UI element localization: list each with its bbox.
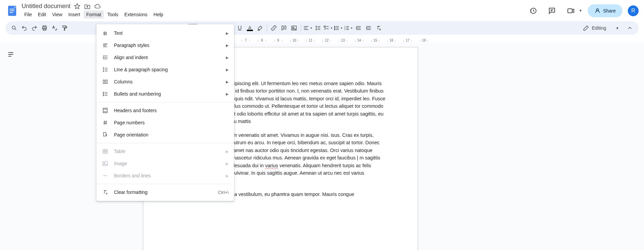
menu-help[interactable]: Help <box>151 10 166 19</box>
submenu-arrow-icon: ▶ <box>226 150 229 153</box>
align-icon[interactable]: ▼ <box>303 23 313 33</box>
doc-title[interactable]: Untitled document <box>22 3 70 10</box>
line-icon <box>102 172 109 179</box>
menu-item-page-orientation[interactable]: Page orientation <box>96 129 234 141</box>
bulleted-list-icon[interactable]: ▼ <box>333 23 343 33</box>
menu-item-image: Image ▶ <box>96 157 234 170</box>
menu-item-columns[interactable]: Columns ▶ <box>96 76 234 88</box>
svg-point-14 <box>334 26 335 27</box>
editing-mode-button[interactable]: Editing ▼ <box>580 24 622 32</box>
line-spacing-icon <box>102 66 109 73</box>
submenu-arrow-icon: ▶ <box>226 174 229 178</box>
menu-extensions[interactable]: Extensions <box>122 10 150 19</box>
spellcheck-icon[interactable] <box>50 23 59 33</box>
svg-point-15 <box>334 28 335 28</box>
svg-point-21 <box>103 92 104 93</box>
submenu-arrow-icon: ▶ <box>226 162 229 166</box>
columns-icon <box>102 78 109 85</box>
indent-decrease-icon[interactable] <box>354 23 363 33</box>
submenu-arrow-icon: ▶ <box>226 80 229 84</box>
docs-logo-icon[interactable] <box>5 4 19 18</box>
paragraph-icon <box>102 42 109 49</box>
menu-item-line-spacing[interactable]: Line & paragraph spacing ▶ <box>96 64 234 76</box>
print-icon[interactable] <box>40 23 49 33</box>
svg-point-28 <box>104 162 105 164</box>
menu-item-text[interactable]: B Text ▶ <box>96 27 234 39</box>
editing-mode-label: Editing <box>592 25 606 31</box>
cloud-status-icon[interactable] <box>94 3 101 10</box>
ruler-mark: 11 <box>302 39 319 42</box>
orientation-icon <box>102 131 109 138</box>
menu-edit[interactable]: Edit <box>35 10 49 19</box>
history-icon[interactable] <box>526 4 540 18</box>
svg-point-22 <box>103 94 104 94</box>
menu-tools[interactable]: Tools <box>105 10 121 19</box>
svg-rect-2 <box>10 10 14 11</box>
image-icon <box>102 160 109 167</box>
insert-image-icon[interactable] <box>289 23 299 33</box>
table-icon <box>102 148 109 155</box>
svg-point-12 <box>293 27 294 28</box>
star-icon[interactable] <box>74 3 81 10</box>
comments-icon[interactable] <box>545 4 559 18</box>
line-spacing-icon[interactable] <box>313 23 323 33</box>
checklist-icon[interactable]: ▼ <box>323 23 333 33</box>
ruler-mark: 8 <box>254 39 270 42</box>
meet-dropdown-icon[interactable]: ▼ <box>579 9 582 12</box>
collapse-toolbar-icon[interactable] <box>625 23 635 33</box>
ruler-mark: 12 <box>319 39 335 42</box>
svg-text:3: 3 <box>344 28 345 30</box>
underline-icon[interactable]: U <box>235 23 244 33</box>
outline-toggle-icon[interactable] <box>5 48 17 60</box>
indent-increase-icon[interactable] <box>364 23 373 33</box>
svg-rect-3 <box>10 12 13 13</box>
ruler-mark: 18 <box>416 39 432 42</box>
menu-item-align-indent[interactable]: Align and indent ▶ <box>96 51 234 64</box>
menu-insert[interactable]: Insert <box>66 10 83 19</box>
svg-rect-5 <box>568 9 572 13</box>
add-comment-icon[interactable] <box>279 23 289 33</box>
menubar: File Edit View Insert Format Tools Exten… <box>22 10 524 19</box>
ruler-mark: 17 <box>400 39 416 42</box>
ruler-mark: 10 <box>286 39 302 42</box>
link-icon[interactable] <box>269 23 279 33</box>
bold-icon: B <box>102 30 109 36</box>
shortcut-label: Ctrl+\ <box>218 190 229 195</box>
svg-rect-25 <box>104 132 106 136</box>
meet-icon[interactable] <box>564 4 578 18</box>
header-footer-icon <box>102 107 109 114</box>
menu-file[interactable]: File <box>22 10 35 19</box>
submenu-arrow-icon: ▶ <box>226 68 229 72</box>
undo-icon[interactable] <box>20 23 29 33</box>
svg-rect-24 <box>103 108 107 113</box>
svg-point-23 <box>103 95 104 96</box>
menu-item-clear-formatting[interactable]: Clear formatting Ctrl+\ <box>96 186 234 198</box>
menu-item-paragraph-styles[interactable]: Paragraph styles ▶ <box>96 39 234 51</box>
submenu-arrow-icon: ▶ <box>226 92 229 96</box>
highlight-icon[interactable] <box>255 23 265 33</box>
ruler-mark: 13 <box>335 39 351 42</box>
svg-rect-13 <box>324 26 325 27</box>
paint-format-icon[interactable] <box>60 23 69 33</box>
menu-item-table: Table ▶ <box>96 145 234 157</box>
share-button[interactable]: Share <box>588 4 622 17</box>
ruler-mark: 15 <box>367 39 383 42</box>
menu-item-headers-footers[interactable]: Headers and footers <box>96 104 234 117</box>
share-label: Share <box>603 8 616 14</box>
account-avatar[interactable]: R <box>628 5 639 16</box>
text-color-icon[interactable]: A <box>245 23 255 33</box>
redo-icon[interactable] <box>30 23 39 33</box>
search-icon[interactable] <box>9 23 19 33</box>
ruler-mark: 7 <box>238 39 254 42</box>
menu-view[interactable]: View <box>50 10 65 19</box>
clear-formatting-icon[interactable] <box>374 23 383 33</box>
submenu-arrow-icon: ▶ <box>226 31 229 35</box>
menu-item-page-numbers[interactable]: Page numbers <box>96 117 234 129</box>
menu-item-bullets-numbering[interactable]: Bullets and numbering ▶ <box>96 88 234 100</box>
ruler-mark: 16 <box>383 39 400 42</box>
numbered-list-icon[interactable]: 123▼ <box>344 23 353 33</box>
move-icon[interactable] <box>84 3 91 10</box>
menu-format[interactable]: Format <box>84 10 104 19</box>
hash-icon <box>102 119 109 126</box>
submenu-arrow-icon: ▶ <box>226 56 229 59</box>
